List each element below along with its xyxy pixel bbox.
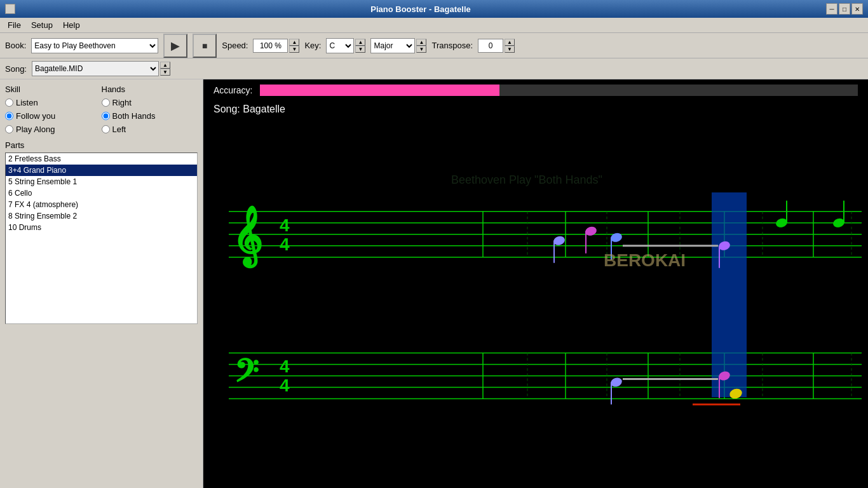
song-label: Song: xyxy=(5,64,27,74)
key-spinner[interactable]: C ▲ ▼ xyxy=(326,38,365,53)
key-down-button[interactable]: ▼ xyxy=(355,46,365,53)
speed-spinner[interactable]: ▲ ▼ xyxy=(253,39,299,53)
song-toolbar: Song: Bagatelle.MID ▲ ▼ xyxy=(0,58,868,79)
transpose-up-button[interactable]: ▲ xyxy=(505,39,515,46)
skill-section: Skill Listen Follow you Play Along xyxy=(5,85,102,134)
close-button[interactable]: ✕ xyxy=(851,3,863,15)
song-title: Song: Bagatelle xyxy=(203,101,868,123)
title-bar: Piano Booster - Bagatelle ─ □ ✕ xyxy=(0,0,868,18)
hands-bothhands[interactable]: Both Hands xyxy=(102,111,198,121)
transpose-down-button[interactable]: ▼ xyxy=(505,46,515,53)
stop-button[interactable]: ■ xyxy=(193,34,217,58)
sheet-area: Accuracy: Song: Bagatelle xyxy=(203,79,868,488)
skill-playalong[interactable]: Play Along xyxy=(5,125,102,134)
stop-icon: ■ xyxy=(202,41,207,51)
menu-setup[interactable]: Setup xyxy=(26,19,58,31)
music-canvas xyxy=(203,123,868,488)
list-item[interactable]: 2 Fretless Bass xyxy=(6,153,197,165)
list-item[interactable]: 8 String Ensemble 2 xyxy=(6,210,197,222)
list-item[interactable]: 6 Cello xyxy=(6,187,197,199)
skill-listen[interactable]: Listen xyxy=(5,98,102,107)
key-up-button[interactable]: ▲ xyxy=(355,39,365,46)
minimize-button[interactable]: ─ xyxy=(826,3,837,15)
window-title: Piano Booster - Bagatelle xyxy=(15,4,826,14)
mode-select[interactable]: Major Minor xyxy=(370,38,415,53)
song-down-button[interactable]: ▼ xyxy=(160,69,170,76)
accuracy-container: Accuracy: xyxy=(203,79,868,101)
maximize-button[interactable]: □ xyxy=(839,3,850,15)
transpose-label: Transpose: xyxy=(431,41,473,50)
left-panel: Skill Listen Follow you Play Along xyxy=(0,79,203,488)
skill-followyou[interactable]: Follow you xyxy=(5,111,102,121)
book-select[interactable]: Easy to Play Beethoven xyxy=(31,38,158,53)
speed-input[interactable] xyxy=(253,39,288,53)
play-icon: ▶ xyxy=(171,39,180,53)
parts-list: 2 Fretless Bass 3+4 Grand Piano 5 String… xyxy=(6,153,197,233)
key-select[interactable]: C xyxy=(326,38,354,53)
mode-down-button[interactable]: ▼ xyxy=(416,46,426,53)
accuracy-track xyxy=(260,85,858,96)
hands-radio-group: Right Both Hands Left xyxy=(102,98,198,134)
parts-section: Parts 2 Fretless Bass 3+4 Grand Piano 5 … xyxy=(5,140,198,324)
speed-label: Speed: xyxy=(222,41,248,50)
hands-left[interactable]: Left xyxy=(102,125,198,134)
accuracy-label: Accuracy: xyxy=(214,85,252,95)
menu-bar: File Setup Help xyxy=(0,18,868,33)
parts-list-container[interactable]: 2 Fretless Bass 3+4 Grand Piano 5 String… xyxy=(5,152,198,324)
skill-hands-row: Skill Listen Follow you Play Along xyxy=(5,85,198,134)
list-item[interactable]: 3+4 Grand Piano xyxy=(6,165,197,176)
list-item[interactable]: 7 FX 4 (atmosphere) xyxy=(6,199,197,210)
staff-canvas xyxy=(203,123,868,488)
key-label: Key: xyxy=(304,41,321,50)
transpose-input[interactable] xyxy=(478,39,503,53)
hands-section: Hands Right Both Hands Left xyxy=(102,85,198,134)
mode-spinner[interactable]: Major Minor ▲ ▼ xyxy=(370,38,426,53)
skill-radio-group: Listen Follow you Play Along xyxy=(5,98,102,134)
parts-title: Parts xyxy=(5,140,198,150)
accuracy-fill xyxy=(260,85,499,96)
transpose-spinner[interactable]: ▲ ▼ xyxy=(478,39,515,53)
window-controls[interactable]: ─ □ ✕ xyxy=(826,3,863,15)
list-item[interactable]: 10 Drums xyxy=(6,222,197,233)
speed-down-button[interactable]: ▼ xyxy=(289,46,299,53)
book-label: Book: xyxy=(5,41,26,50)
main-area: Skill Listen Follow you Play Along xyxy=(0,79,868,488)
play-button[interactable]: ▶ xyxy=(163,34,187,58)
song-spinner[interactable]: Bagatelle.MID ▲ ▼ xyxy=(32,61,170,76)
hands-right[interactable]: Right xyxy=(102,98,198,107)
mode-up-button[interactable]: ▲ xyxy=(416,39,426,46)
song-select[interactable]: Bagatelle.MID xyxy=(32,61,159,76)
song-up-button[interactable]: ▲ xyxy=(160,62,170,69)
skill-title: Skill xyxy=(5,85,102,94)
menu-file[interactable]: File xyxy=(3,19,26,31)
hands-title: Hands xyxy=(102,85,198,94)
menu-help[interactable]: Help xyxy=(58,19,85,31)
window-icon xyxy=(5,4,15,14)
speed-up-button[interactable]: ▲ xyxy=(289,39,299,46)
list-item[interactable]: 5 String Ensemble 1 xyxy=(6,176,197,187)
